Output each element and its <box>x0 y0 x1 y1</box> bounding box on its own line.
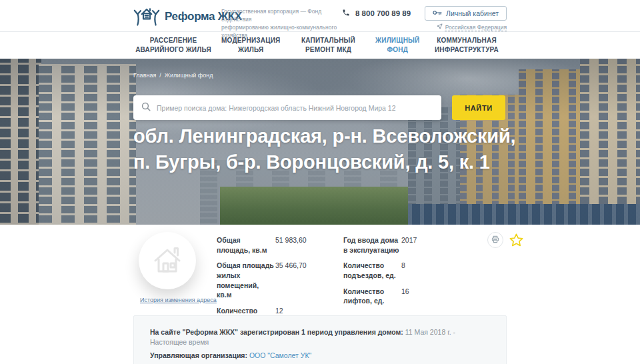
phone-number[interactable]: 8 800 700 89 89 <box>342 9 411 18</box>
nav-item-communal-infrastructure[interactable]: КОММУНАЛЬНАЯ ИНФРАСТРУКТУРА <box>427 36 507 55</box>
field-total-area: Общая площадь, кв.м 51 983,60 <box>217 235 343 255</box>
house-details: История изменения адреса Общая площадь, … <box>133 225 507 315</box>
search-input[interactable] <box>157 104 433 112</box>
key-icon <box>433 9 442 17</box>
address-history-link[interactable]: История изменения адреса <box>140 297 217 303</box>
management-period-line: На сайте "Реформа ЖКХ" зарегистрирован 1… <box>150 327 490 347</box>
avatar <box>139 232 196 289</box>
nav-item-modernization[interactable]: МОДЕРНИЗАЦИЯ ЖИЛЬЯ <box>213 36 288 55</box>
search-button[interactable]: НАЙТИ <box>452 95 505 120</box>
breadcrumb-current: Жилищный фонд <box>165 72 213 79</box>
logo-icon <box>133 5 160 29</box>
breadcrumb-separator: / <box>159 72 161 79</box>
main-nav: РАССЕЛЕНИЕ АВАРИЙНОГО ЖИЛЬЯ МОДЕРНИЗАЦИЯ… <box>133 32 507 59</box>
management-info-box: На сайте "Реформа ЖКХ" зарегистрирован 1… <box>133 315 507 364</box>
paper-plane-icon <box>437 23 443 31</box>
page-header: Реформа ЖКХ Государственная корпорация —… <box>0 0 640 59</box>
nav-item-housing-fund[interactable]: ЖИЛИЩНЫЙ ФОНД <box>368 36 427 55</box>
field-elevators: Количество лифтов, ед. 16 <box>343 287 460 306</box>
content: История изменения адреса Общая площадь, … <box>0 225 640 364</box>
field-entrances: Количество подъездов, ед. 8 <box>343 261 460 280</box>
favorite-star-button[interactable] <box>509 233 524 248</box>
management-org-link[interactable]: ООО "Самолет УК" <box>249 351 311 359</box>
page-title: обл. Ленинградская, р-н. Всеволожский, п… <box>133 123 523 175</box>
house-icon <box>150 242 185 279</box>
management-org-line: Управляющая организация: ООО "Самолет УК… <box>150 351 490 361</box>
nav-item-capital-repair[interactable]: КАПИТАЛЬНЫЙ РЕМОНТ МКД <box>288 36 368 55</box>
nav-item-resettlement[interactable]: РАССЕЛЕНИЕ АВАРИЙНОГО ЖИЛЬЯ <box>133 36 213 55</box>
breadcrumb-home[interactable]: Главная <box>133 72 156 79</box>
hero-banner: Главная / Жилищный фонд НАЙТИ обл. Ленин… <box>0 59 640 225</box>
breadcrumb: Главная / Жилищный фонд <box>133 72 213 79</box>
account-button[interactable]: Личный кабинет <box>425 6 507 21</box>
phone-icon <box>342 9 350 18</box>
search-box <box>133 95 441 120</box>
printer-icon <box>491 235 499 245</box>
print-button[interactable] <box>487 232 503 248</box>
field-living-area: Общая площадь жилых помещений, кв.м 35 4… <box>217 261 343 300</box>
field-commissioning-year: Год ввода дома в эксплуатацию 2017 <box>343 235 460 255</box>
region-selector[interactable]: Российская Федерация <box>437 23 507 31</box>
search-icon <box>141 102 151 114</box>
